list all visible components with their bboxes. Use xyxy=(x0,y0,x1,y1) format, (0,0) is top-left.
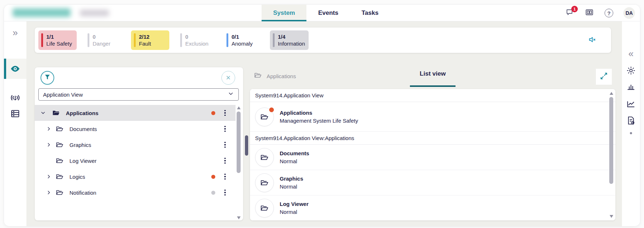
expand-diagonal-icon xyxy=(599,72,608,82)
severity-bar xyxy=(273,33,275,47)
kebab-menu-icon[interactable] xyxy=(220,188,230,197)
status-count: 0/1 xyxy=(232,33,253,40)
notifications-button[interactable]: 1 xyxy=(565,8,575,18)
status-count: 0 xyxy=(93,33,110,40)
view-selector-value: Application View xyxy=(43,92,83,98)
status-item-exclusion[interactable]: 0 Exclusion xyxy=(177,30,216,50)
tree-item-graphics[interactable]: Graphics xyxy=(35,137,236,153)
eye-icon xyxy=(10,63,21,76)
severity-bar xyxy=(180,33,182,47)
right-rail: « xyxy=(622,21,640,226)
tab-events[interactable]: Events xyxy=(306,5,350,21)
list-item-documents[interactable]: Documents Normal xyxy=(250,145,615,170)
list-item-log-viewer[interactable]: Log Viewer Normal xyxy=(250,195,615,220)
tree-item-applications[interactable]: Applications xyxy=(35,105,236,121)
chevron-placeholder xyxy=(45,157,53,165)
kebab-menu-icon[interactable] xyxy=(220,140,230,149)
expand-pane-button[interactable] xyxy=(596,69,612,85)
severity-bar xyxy=(134,33,136,47)
tree-item-label: Documents xyxy=(69,126,97,132)
kebab-menu-icon[interactable] xyxy=(220,124,230,134)
double-chevron-right-icon: » xyxy=(13,28,18,37)
bar-chart-icon xyxy=(626,81,636,93)
list-scrollbar[interactable] xyxy=(609,92,614,218)
settings-button[interactable] xyxy=(622,66,640,77)
chevron-right-icon[interactable] xyxy=(45,173,53,181)
user-avatar[interactable]: DA xyxy=(623,7,635,19)
trends-panel-button[interactable] xyxy=(622,99,640,110)
event-dot xyxy=(211,127,215,131)
item-title: Applications xyxy=(280,109,358,117)
tab-list-view[interactable]: List view xyxy=(250,70,615,77)
reports-panel-button[interactable] xyxy=(622,115,640,127)
folder-icon xyxy=(55,140,64,149)
top-bar: System Events Tasks 1 xyxy=(4,5,640,21)
status-item-fault[interactable]: 2/12 Fault xyxy=(131,30,169,50)
item-avatar xyxy=(255,148,274,167)
clear-filter-button[interactable]: × xyxy=(221,71,235,85)
tree-item-label: Log Viewer xyxy=(69,158,97,164)
gear-icon xyxy=(626,66,636,77)
systems-button[interactable] xyxy=(4,108,26,121)
tab-tasks[interactable]: Tasks xyxy=(350,5,390,21)
status-label: Life Safety xyxy=(46,40,72,47)
topbar-actions: 1 ? DA xyxy=(565,5,635,21)
tree-item-log-viewer[interactable]: Log Viewer xyxy=(35,153,236,169)
expand-left-rail-button[interactable]: » xyxy=(4,28,26,37)
item-avatar xyxy=(255,173,274,192)
chevron-down-icon[interactable] xyxy=(39,109,47,117)
help-button[interactable]: ? xyxy=(604,8,614,18)
tree-item-documents[interactable]: Documents xyxy=(35,121,236,137)
system-browser-panel: × Application View xyxy=(35,67,243,220)
scroll-up-arrow[interactable] xyxy=(237,106,241,109)
scrollbar-thumb[interactable] xyxy=(237,111,241,173)
tree-item-logics[interactable]: Logics xyxy=(35,169,236,185)
double-chevron-left-icon: « xyxy=(628,49,634,58)
signal-alert-icon xyxy=(10,92,21,105)
status-item-information[interactable]: 1/4 Information xyxy=(270,30,309,50)
severity-bar xyxy=(88,33,89,47)
scroll-up-arrow[interactable] xyxy=(610,92,613,95)
list-item-applications[interactable]: Applications Management System Life Safe… xyxy=(250,102,615,132)
close-icon: × xyxy=(226,73,231,83)
item-avatar xyxy=(255,107,274,126)
status-item-anomaly[interactable]: 0/1 Anomaly xyxy=(224,30,262,50)
status-count: 1/1 xyxy=(46,33,72,40)
tab-system[interactable]: System xyxy=(262,5,306,21)
layout-panels-button[interactable] xyxy=(584,8,594,18)
kebab-menu-icon[interactable] xyxy=(220,156,230,165)
status-item-life-safety[interactable]: 1/1 Life Safety xyxy=(38,30,77,50)
kebab-menu-icon[interactable] xyxy=(220,108,230,118)
scrollbar-thumb[interactable] xyxy=(609,97,613,184)
kebab-menu-icon[interactable] xyxy=(220,172,230,181)
document-schedule-icon xyxy=(626,115,636,127)
chevron-right-icon[interactable] xyxy=(45,189,53,197)
item-subtitle: Normal xyxy=(280,183,303,190)
panel-splitter-handle[interactable] xyxy=(245,135,248,156)
status-count: 2/12 xyxy=(139,33,151,40)
status-label: Fault xyxy=(139,40,151,47)
bar-chart-panel-button[interactable] xyxy=(622,81,640,93)
status-label: Anomaly xyxy=(232,40,253,47)
tree-item-label: Graphics xyxy=(69,142,91,148)
tree-item-notification[interactable]: Notification xyxy=(35,185,236,200)
chevron-right-icon[interactable] xyxy=(45,141,53,149)
status-item-danger[interactable]: 0 Danger xyxy=(85,30,123,50)
alarm-signal-button[interactable] xyxy=(4,92,26,105)
active-tab-underline xyxy=(410,85,456,87)
filter-button[interactable] xyxy=(41,71,54,85)
trend-line-icon xyxy=(626,99,636,110)
primary-pane: Applications List view System914.Applica… xyxy=(250,64,615,220)
main-tabs: System Events Tasks xyxy=(262,5,390,21)
scroll-down-arrow[interactable] xyxy=(237,216,241,219)
monitoring-view-button[interactable] xyxy=(4,63,26,76)
chevron-right-icon[interactable] xyxy=(45,125,53,133)
mute-sound-button[interactable] xyxy=(587,35,598,46)
collapse-right-rail-button[interactable]: « xyxy=(622,49,640,58)
view-selector-dropdown[interactable]: Application View xyxy=(38,88,239,101)
scroll-down-arrow[interactable] xyxy=(610,215,613,218)
tree-scrollbar[interactable] xyxy=(237,106,241,219)
item-subtitle: Management System Life Safety xyxy=(280,117,358,124)
list-item-graphics[interactable]: Graphics Normal xyxy=(250,170,615,195)
event-dot xyxy=(211,143,215,147)
